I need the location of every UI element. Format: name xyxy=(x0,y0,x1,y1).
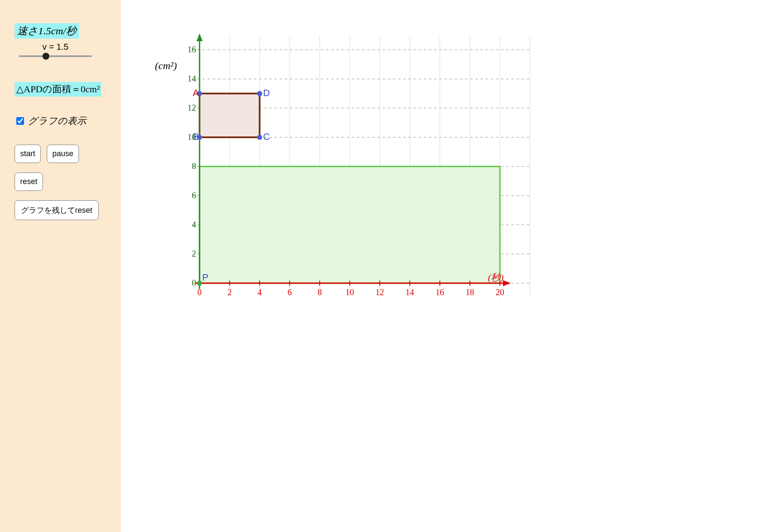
show-graph-label: グラフの表示 xyxy=(28,115,86,127)
x-axis-label: (秒) xyxy=(488,271,504,284)
button-row-2: reset xyxy=(15,172,43,191)
x-tick-8: 8 xyxy=(313,287,326,297)
plot-svg xyxy=(121,0,772,532)
y-tick-12: 12 xyxy=(183,103,196,113)
y-tick-6: 6 xyxy=(183,190,196,200)
show-graph-checkbox-row[interactable]: グラフの表示 xyxy=(15,115,86,127)
svg-point-40 xyxy=(257,91,262,96)
point-label-A: A xyxy=(193,88,199,99)
svg-marker-24 xyxy=(197,33,203,41)
y-tick-16: 16 xyxy=(183,45,196,54)
x-tick-18: 18 xyxy=(463,287,476,297)
y-tick-8: 8 xyxy=(183,161,196,171)
y-tick-4: 4 xyxy=(183,220,196,230)
sidebar: 速さ1.5cm/秒 v = 1.5 △APDの面積＝0cm² グラフの表示 st… xyxy=(0,0,121,532)
slider-caption: v = 1.5 xyxy=(15,42,96,52)
point-label-P: P xyxy=(202,272,209,283)
start-button[interactable]: start xyxy=(15,145,41,163)
speed-slider[interactable] xyxy=(19,53,92,60)
x-tick-2: 2 xyxy=(223,287,236,297)
button-row-3: グラフを残してreset xyxy=(15,200,99,220)
area-label: △APDの面積＝0cm² xyxy=(15,82,101,97)
y-tick-14: 14 xyxy=(183,74,196,84)
svg-point-41 xyxy=(197,281,202,286)
svg-rect-22 xyxy=(200,94,260,137)
x-tick-14: 14 xyxy=(403,287,416,297)
x-tick-4: 4 xyxy=(253,287,266,297)
pause-button[interactable]: pause xyxy=(47,145,79,163)
button-row-1: start pause xyxy=(15,145,79,163)
x-tick-20: 20 xyxy=(493,287,506,297)
speed-label: 速さ1.5cm/秒 xyxy=(15,23,79,39)
y-axis-label: (cm²) xyxy=(155,60,177,72)
x-tick-0: 0 xyxy=(193,287,206,297)
y-tick-0: 0 xyxy=(183,278,196,288)
y-tick-2: 2 xyxy=(183,249,196,259)
point-label-D: D xyxy=(263,88,270,99)
slider-thumb[interactable] xyxy=(42,53,49,60)
x-tick-12: 12 xyxy=(373,287,386,297)
plot-canvas[interactable]: (cm²) (秒) ADBCP0246810121416024681012141… xyxy=(121,0,772,532)
svg-point-39 xyxy=(257,135,262,140)
slider-track xyxy=(19,55,92,57)
show-graph-checkbox[interactable] xyxy=(16,117,24,125)
reset-keep-graph-button[interactable]: グラフを残してreset xyxy=(15,200,99,220)
y-tick-10: 10 xyxy=(183,132,196,142)
svg-rect-21 xyxy=(200,166,500,283)
x-tick-16: 16 xyxy=(433,287,446,297)
slider-group: v = 1.5 xyxy=(15,42,96,60)
x-tick-10: 10 xyxy=(343,287,356,297)
svg-marker-26 xyxy=(503,280,511,286)
x-tick-6: 6 xyxy=(283,287,296,297)
reset-button[interactable]: reset xyxy=(15,172,43,191)
point-label-C: C xyxy=(263,131,270,142)
